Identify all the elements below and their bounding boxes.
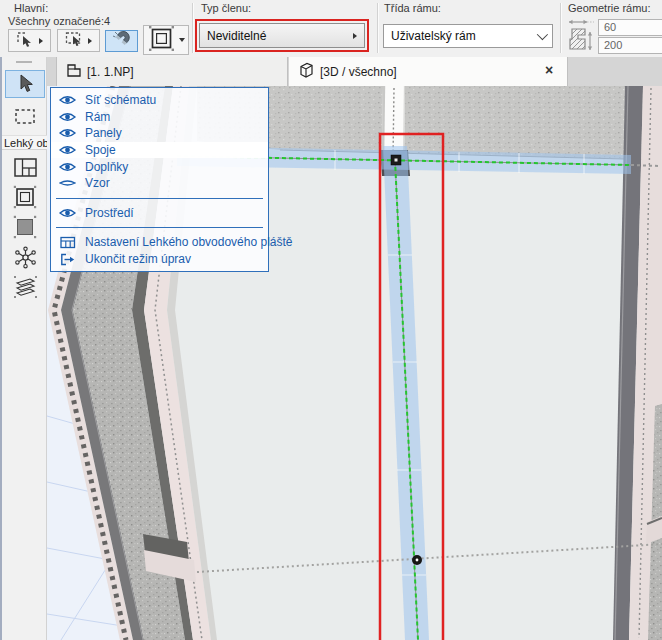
toolbar-separator bbox=[560, 3, 562, 53]
dropdown-arrow-icon bbox=[179, 38, 185, 42]
toggle-pattern[interactable]: Vzor bbox=[51, 175, 268, 192]
member-type-value: Neviditelné bbox=[207, 29, 351, 43]
marquee-arrow-icon bbox=[65, 31, 85, 51]
frame-depth-field[interactable]: 200 bbox=[598, 37, 662, 54]
panel-icon bbox=[13, 215, 37, 239]
arrow-dashed-icon bbox=[16, 31, 36, 51]
toggle-scheme-grid[interactable]: Síť schématu bbox=[51, 92, 268, 109]
tool-sidebar: Lehký ob bbox=[0, 57, 47, 640]
view-tab-bar: [1. 1.NP] [3D / všechno] × bbox=[47, 57, 662, 86]
toggle-environment[interactable]: Prostředí bbox=[51, 205, 268, 222]
frame-geometry-label: Geometrie rámu: bbox=[568, 2, 651, 14]
member-type-combo[interactable]: Neviditelné bbox=[199, 23, 365, 48]
frame-width-field[interactable]: 60 bbox=[598, 19, 662, 36]
toolbar-drag-handle[interactable] bbox=[16, 61, 32, 63]
scheme-node-bottom[interactable] bbox=[412, 555, 422, 565]
eye-closed-icon bbox=[59, 177, 76, 189]
magnet-toggle-button[interactable] bbox=[105, 30, 138, 52]
scheme-grid-icon bbox=[13, 156, 38, 179]
toggle-junctions[interactable]: Spoje bbox=[51, 142, 268, 159]
tab-3d-view[interactable]: [3D / všechno] × bbox=[289, 57, 568, 86]
open-curtain-wall-settings[interactable]: Nastavení Lehkého obvodového pláště bbox=[51, 234, 268, 251]
combo-arrow-icon bbox=[353, 33, 357, 39]
application-window: Hlavní: Všechny označené:4 bbox=[0, 0, 662, 640]
frame-tool-button[interactable] bbox=[5, 183, 45, 211]
tab-label: [1. 1.NP] bbox=[87, 65, 134, 79]
accessory-tool-button[interactable] bbox=[5, 273, 45, 301]
main-group-label: Hlavní: bbox=[14, 2, 48, 14]
frame-class-select[interactable]: Uživatelský rám bbox=[383, 24, 553, 48]
chevron-down-icon bbox=[537, 29, 548, 40]
item-label: Vzor bbox=[85, 176, 110, 190]
tab-close-button[interactable]: × bbox=[540, 61, 558, 79]
eye-open-icon bbox=[59, 207, 76, 219]
accessory-louvers-icon bbox=[13, 275, 38, 299]
magnet-icon bbox=[112, 30, 132, 52]
select-arrow-button[interactable] bbox=[8, 29, 51, 52]
eye-open-icon bbox=[59, 94, 76, 106]
tab-label: [3D / všechno] bbox=[320, 65, 397, 79]
marquee-tool-button[interactable] bbox=[5, 103, 45, 131]
panel-separator bbox=[56, 198, 263, 199]
marquee-icon bbox=[13, 106, 37, 128]
marquee-select-button[interactable] bbox=[57, 29, 100, 52]
eye-open-icon bbox=[59, 161, 76, 173]
scheme-node-top[interactable] bbox=[391, 155, 401, 165]
settings-grid-icon bbox=[59, 236, 76, 249]
eye-open-icon bbox=[59, 111, 76, 123]
exit-icon bbox=[59, 253, 76, 266]
item-label: Síť schématu bbox=[85, 93, 156, 107]
top-toolbar: Hlavní: Všechny označené:4 bbox=[0, 0, 662, 58]
panel-separator bbox=[56, 227, 263, 228]
selection-status: Všechny označené:4 bbox=[8, 15, 110, 27]
arrow-tool-button[interactable] bbox=[5, 70, 45, 98]
curtain-wall-group-label[interactable]: Lehký ob bbox=[2, 135, 47, 150]
member-type-highlight-frame: Neviditelné bbox=[195, 19, 369, 52]
exit-edit-mode[interactable]: Ukončit režim úprav bbox=[51, 251, 268, 268]
frame-geometry-icon bbox=[565, 16, 595, 60]
selection-frame-button[interactable] bbox=[143, 25, 189, 55]
flyout-arrow-icon bbox=[88, 38, 92, 44]
3d-box-icon bbox=[297, 61, 315, 82]
member-type-label: Typ členu: bbox=[201, 2, 251, 14]
toggle-accessories[interactable]: Doplňky bbox=[51, 158, 268, 175]
curtain-wall-edit-panel: Síť schématu Rám Panely Spoje Doplňky Vz… bbox=[50, 87, 269, 272]
story-icon bbox=[65, 62, 82, 81]
toolbar-separator bbox=[192, 3, 194, 53]
item-label: Ukončit režim úprav bbox=[85, 252, 191, 266]
junction-icon bbox=[13, 245, 38, 270]
item-label: Nastavení Lehkého obvodového pláště bbox=[85, 235, 293, 249]
eye-open-icon bbox=[59, 127, 76, 139]
item-label: Doplňky bbox=[85, 160, 128, 174]
toggle-frames[interactable]: Rám bbox=[51, 109, 268, 126]
toggle-panels[interactable]: Panely bbox=[51, 125, 268, 142]
item-label: Panely bbox=[85, 126, 122, 140]
frame-icon bbox=[148, 25, 175, 56]
toolbar-separator bbox=[377, 3, 379, 53]
item-label: Rám bbox=[85, 110, 110, 124]
item-label: Spoje bbox=[85, 143, 116, 157]
frame-class-label: Třída rámu: bbox=[384, 2, 441, 14]
eye-open-icon bbox=[59, 144, 76, 156]
cursor-arrow-icon bbox=[13, 72, 37, 96]
junction-tool-button[interactable] bbox=[5, 243, 45, 271]
panel-tool-button[interactable] bbox=[5, 213, 45, 241]
tab-floor-plan[interactable]: [1. 1.NP] bbox=[56, 57, 288, 86]
flyout-arrow-icon bbox=[39, 38, 43, 44]
item-label: Prostředí bbox=[85, 206, 134, 220]
frame-member-icon bbox=[13, 185, 37, 209]
frame-class-value: Uživatelský rám bbox=[391, 29, 537, 43]
scheme-tool-button[interactable] bbox=[5, 153, 45, 181]
